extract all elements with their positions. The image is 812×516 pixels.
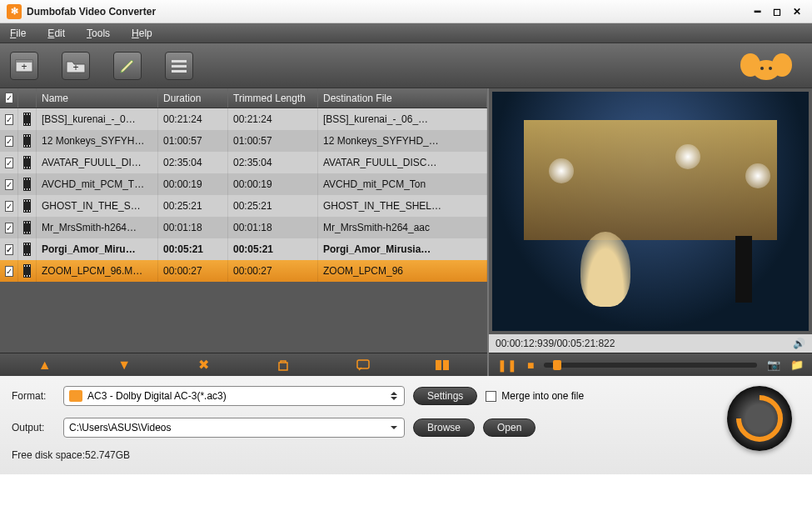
format-label: Format: (12, 390, 55, 402)
cell-destination: 12 Monkeys_SYFYHD_… (318, 130, 487, 152)
snapshot-button[interactable]: 📷 (767, 358, 780, 371)
cell-duration: 00:05:21 (158, 238, 228, 260)
table-row[interactable]: ✓ZOOM_LPCM_96.M…00:00:2700:00:27ZOOM_LPC… (0, 260, 487, 282)
edit-button[interactable] (113, 52, 142, 80)
table-row[interactable]: ✓AVATAR_FUULL_DI…02:35:0402:35:04AVATAR_… (0, 152, 487, 173)
preview-panel: 00:00:12:939/00:05:21:822 🔊 ❚❚ ■ 📷 📁 (487, 88, 812, 376)
svg-text:+: + (21, 61, 27, 73)
menu-file[interactable]: File (10, 28, 26, 39)
menu-help[interactable]: Help (132, 28, 152, 39)
cell-name: [BSS]_kurenai_-_0… (37, 108, 158, 130)
toolbar: + + (0, 43, 812, 88)
svg-rect-4 (172, 60, 187, 63)
convert-button[interactable] (727, 386, 792, 451)
cell-name: Porgi_Amor_Miru… (37, 238, 158, 260)
header-destination[interactable]: Destination File (318, 88, 487, 108)
video-preview[interactable] (492, 92, 809, 331)
file-type-icon (18, 173, 37, 195)
cell-trimmed: 00:25:21 (228, 195, 318, 217)
cell-trimmed: 00:21:24 (228, 108, 318, 130)
svg-point-11 (769, 67, 772, 70)
time-display: 00:00:12:939/00:05:21:822 (496, 338, 615, 349)
format-value: AC3 - Dolby Digital AC-3(*.ac3) (87, 390, 227, 402)
cell-destination: Porgi_Amor_Mirusia… (318, 238, 487, 260)
row-checkbox[interactable]: ✓ (0, 217, 18, 238)
remove-button[interactable]: ✖ (193, 357, 215, 373)
cell-destination: Mr_MrsSmith-h264_aac (318, 217, 487, 238)
file-type-icon (18, 217, 37, 238)
volume-icon[interactable]: 🔊 (793, 338, 805, 349)
row-checkbox[interactable]: ✓ (0, 260, 18, 282)
cell-duration: 00:01:18 (158, 217, 228, 238)
cell-trimmed: 01:00:57 (228, 130, 318, 152)
cell-destination: [BSS]_kurenai_-_06_… (318, 108, 487, 130)
cell-name: 12 Monkeys_SYFYH… (37, 130, 158, 152)
menu-tools[interactable]: Tools (87, 28, 110, 39)
open-button[interactable]: Open (483, 418, 536, 437)
list-header: ✓ Name Duration Trimmed Length Destinati… (0, 88, 487, 108)
table-row[interactable]: ✓AVCHD_mit_PCM_T…00:00:1900:00:19AVCHD_m… (0, 173, 487, 195)
menubar: File Edit Tools Help (0, 23, 812, 43)
row-checkbox[interactable]: ✓ (0, 130, 18, 152)
svg-rect-14 (443, 360, 449, 370)
cell-name: GHOST_IN_THE_S… (37, 195, 158, 217)
row-checkbox[interactable]: ✓ (0, 195, 18, 217)
svg-rect-5 (172, 65, 187, 68)
list-view-button[interactable] (165, 52, 193, 80)
header-checkbox[interactable]: ✓ (0, 88, 18, 108)
cell-trimmed: 02:35:04 (228, 152, 318, 173)
table-row[interactable]: ✓GHOST_IN_THE_S…00:25:2100:25:21GHOST_IN… (0, 195, 487, 217)
table-row[interactable]: ✓12 Monkeys_SYFYH…01:00:5701:00:5712 Mon… (0, 130, 487, 152)
move-up-button[interactable]: ▲ (34, 357, 56, 373)
format-icon (69, 390, 82, 402)
add-file-button[interactable]: + (10, 52, 38, 80)
bottom-panel: Format: AC3 - Dolby Digital AC-3(*.ac3) … (0, 376, 812, 474)
header-trimmed[interactable]: Trimmed Length (228, 88, 318, 108)
close-button[interactable]: ✕ (789, 5, 805, 18)
row-checkbox[interactable]: ✓ (0, 173, 18, 195)
merge-button[interactable] (431, 357, 453, 373)
free-space-label: Free disk space:52.747GB (12, 449, 800, 461)
svg-point-9 (772, 53, 792, 77)
row-checkbox[interactable]: ✓ (0, 108, 18, 130)
menu-edit[interactable]: Edit (47, 28, 65, 39)
browse-button[interactable]: Browse (413, 418, 475, 437)
move-down-button[interactable]: ▼ (113, 357, 135, 373)
svg-rect-12 (357, 360, 369, 368)
header-duration[interactable]: Duration (158, 88, 228, 108)
seek-slider[interactable] (544, 363, 757, 368)
merge-checkbox[interactable] (486, 391, 496, 402)
merge-label: Merge into one file (501, 390, 584, 402)
svg-rect-13 (436, 360, 441, 370)
cell-name: AVCHD_mit_PCM_T… (37, 173, 158, 195)
stop-button[interactable]: ■ (527, 358, 534, 372)
settings-button[interactable]: Settings (413, 387, 477, 405)
cell-destination: AVATAR_FUULL_DISC… (318, 152, 487, 173)
table-row[interactable]: ✓Porgi_Amor_Miru…00:05:2100:05:21Porgi_A… (0, 238, 487, 260)
format-combo[interactable]: AC3 - Dolby Digital AC-3(*.ac3) (63, 386, 405, 406)
mascot-icon (737, 50, 795, 83)
table-row[interactable]: ✓[BSS]_kurenai_-_0…00:21:2400:21:24[BSS]… (0, 108, 487, 130)
cell-trimmed: 00:05:21 (228, 238, 318, 260)
cell-trimmed: 00:01:18 (228, 217, 318, 238)
file-type-icon (18, 238, 37, 260)
info-button[interactable] (352, 357, 374, 373)
snapshot-folder-button[interactable]: 📁 (790, 358, 804, 371)
table-row[interactable]: ✓Mr_MrsSmith-h264…00:01:1800:01:18Mr_Mrs… (0, 217, 487, 238)
add-folder-button[interactable]: + (62, 52, 90, 80)
window-title: Dumbofab Video Converter (27, 6, 745, 18)
svg-text:+: + (72, 62, 78, 73)
row-checkbox[interactable]: ✓ (0, 238, 18, 260)
pause-button[interactable]: ❚❚ (497, 358, 517, 372)
output-combo[interactable]: C:\Users\ASUS\Videos (63, 418, 405, 438)
row-checkbox[interactable]: ✓ (0, 152, 18, 173)
list-toolbar: ▲ ▼ ✖ (0, 353, 487, 376)
cell-duration: 02:35:04 (158, 152, 228, 173)
cell-name: Mr_MrsSmith-h264… (37, 217, 158, 238)
output-label: Output: (12, 422, 55, 433)
header-name[interactable]: Name (37, 88, 158, 108)
maximize-button[interactable]: ◻ (769, 5, 785, 18)
clear-all-button[interactable] (272, 357, 294, 373)
app-logo-icon: ✻ (7, 4, 22, 19)
minimize-button[interactable]: ━ (749, 5, 765, 18)
